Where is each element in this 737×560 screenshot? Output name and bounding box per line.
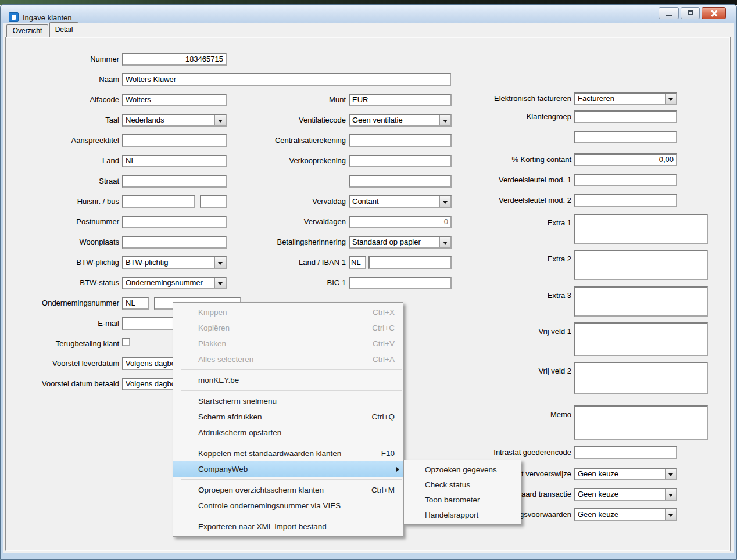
aanspreektitel-label: Aanspreektitel [71,136,119,145]
shortcut-label: F10 [381,449,395,458]
chevron-down-icon[interactable] [214,278,226,288]
taal-value: Nederlands [123,115,214,125]
vrij-veld2-textarea[interactable] [574,362,708,394]
straat-field[interactable] [122,175,227,188]
land-field[interactable]: NL [122,155,227,167]
close-button[interactable] [702,7,726,19]
postnummer-label: Postnummer [76,217,119,226]
extra2-textarea[interactable] [574,250,708,280]
klantengroep-field-2[interactable] [574,131,677,143]
menu-item-koppelen-standaardwaarden[interactable]: Koppelen met standaardwaarden klanten F1… [173,446,403,461]
chevron-down-icon[interactable] [439,237,450,247]
minimize-button[interactable] [659,7,679,19]
menu-item-exporteren-xml[interactable]: Exporteren naar XML import bestand [173,519,403,534]
btw-status-dropdown[interactable]: Ondernemingsnummer [122,277,227,289]
postnummer-field[interactable] [122,216,227,228]
menu-item-controle-vies[interactable]: Controle ondernemingsnummer via VIES [173,498,403,514]
extra3-label: Extra 3 [548,291,571,300]
intrastat-vervoerswijze-dropdown[interactable]: Geen keuze [574,468,677,480]
vervaldag-dropdown[interactable]: Contant [349,195,452,208]
land-label: Land [102,156,119,165]
menu-item-afdrukscherm-opstarten[interactable]: Afdrukscherm opstarten [173,425,403,440]
chevron-down-icon[interactable] [439,196,450,207]
submenu-item-opzoeken-gegevens[interactable]: Opzoeken gegevens [404,462,521,477]
chevron-down-icon[interactable] [439,115,450,125]
context-menu: Knippen Ctrl+X Kopiëren Ctrl+C Plakken C… [173,302,403,537]
extra3-textarea[interactable] [574,286,708,317]
intrastat-aard-transactie-dropdown[interactable]: Geen keuze [574,488,677,501]
ondernemingsnummer-label: Ondernemingsnummer [42,299,119,307]
centralisatierekening-label: Centralisatierekening [275,136,346,145]
chevron-down-icon[interactable] [665,94,676,104]
menu-separator [181,443,402,443]
menu-item-companyweb[interactable]: CompanyWeb [173,461,403,477]
menu-item-plakken[interactable]: Plakken Ctrl+V [173,336,403,351]
submenu-item-check-status[interactable]: Check status [404,477,521,492]
menu-item-oproepen-overzichtsscherm[interactable]: Oproepen overzichtsscherm klanten Ctrl+M [173,482,403,498]
btw-status-label: BTW-status [80,278,119,287]
chevron-down-icon[interactable] [214,115,226,125]
intrastat-leveringsvoorwaarden-dropdown[interactable]: Geen keuze [574,508,677,521]
menu-separator [181,516,402,516]
alfacode-field[interactable]: Wolters [122,94,227,106]
klantengroep-field[interactable] [574,110,677,123]
extra2-label: Extra 2 [548,254,571,263]
menu-item-alles-selecteren[interactable]: Alles selecteren Ctrl+A [173,351,403,367]
titlebar[interactable]: Ingave klanten [1,5,736,23]
vervaldagen-field[interactable]: 0 [349,216,452,228]
extra1-textarea[interactable] [574,214,708,244]
ventilatiecode-dropdown[interactable]: Geen ventilatie [349,114,452,127]
munt-field[interactable]: EUR [349,94,452,106]
nummer-field[interactable]: 183465715 [122,53,227,66]
taal-dropdown[interactable]: Nederlands [122,114,227,127]
chevron-down-icon[interactable] [665,489,676,500]
chevron-down-icon[interactable] [214,257,226,268]
vervaldagen-label: Vervaldagen [304,217,346,226]
huisnr-field[interactable] [122,195,195,208]
submenu-item-toon-barometer[interactable]: Toon barometer [404,492,521,507]
btw-plichtig-dropdown[interactable]: BTW-plichtig [122,256,227,269]
woonplaats-field[interactable] [122,236,227,249]
straat-label: Straat [99,177,119,185]
betalingsherinnering-dropdown[interactable]: Standaard op papier [349,236,452,249]
btw-plichtig-value: BTW-plichtig [123,257,214,268]
shortcut-label: Ctrl+A [373,355,395,364]
chevron-down-icon[interactable] [665,509,676,520]
memo-textarea[interactable] [574,405,708,440]
korting-contant-field[interactable]: 0,00 [574,153,677,166]
vrij-veld1-textarea[interactable] [574,322,708,356]
verkooprekening-field[interactable] [349,155,452,167]
naam-field[interactable]: Wolters Kluwer [122,73,451,86]
klantengroep-label: Klantengroep [527,112,571,121]
elektronisch-factureren-dropdown[interactable]: Factureren [574,92,677,105]
elektronisch-factureren-label: Elektronisch factureren [494,94,571,103]
centralisatierekening-field[interactable] [349,134,452,147]
verdeelsleutel-mod2-field[interactable] [574,194,677,207]
land-iban1-field[interactable] [369,256,452,269]
shortcut-label: Ctrl+M [371,486,395,494]
intrastat-goederencode-label: Intrastat goederencode [493,448,571,457]
terugbetaling-klant-checkbox[interactable] [122,338,130,346]
bic1-field[interactable] [349,277,452,289]
tab-overzicht[interactable]: Overzicht [6,24,48,37]
submenu-arrow-icon [396,467,399,472]
tab-detail[interactable]: Detail [49,22,78,37]
land-iban1-prefix-field[interactable]: NL [349,256,366,269]
menu-item-startscherm-snelmenu[interactable]: Startscherm snelmenu [173,393,403,409]
intrastat-goederencode-field[interactable] [574,446,677,459]
menu-item-scherm-afdrukken[interactable]: Scherm afdrukken Ctrl+Q [173,409,403,425]
submenu-item-handelsrapport[interactable]: Handelsrapport [404,507,521,522]
verdeelsleutel-mod1-field[interactable] [574,174,677,186]
ondernemingsnummer-prefix-field[interactable]: NL [122,297,149,310]
maximize-button[interactable] [681,7,700,19]
chevron-down-icon[interactable] [665,469,676,479]
verkooprekening-extra-field[interactable] [349,175,452,188]
huisnr-bus-label: Huisnr. / bus [77,197,119,206]
bus-field[interactable] [200,195,227,208]
menu-item-knippen[interactable]: Knippen Ctrl+X [173,304,403,320]
extra1-label: Extra 1 [548,218,571,227]
menu-item-monkey-be[interactable]: monKEY.be [173,372,403,388]
menu-item-kopieren[interactable]: Kopiëren Ctrl+C [173,320,403,336]
aanspreektitel-field[interactable] [122,134,227,147]
app-icon [9,12,19,22]
